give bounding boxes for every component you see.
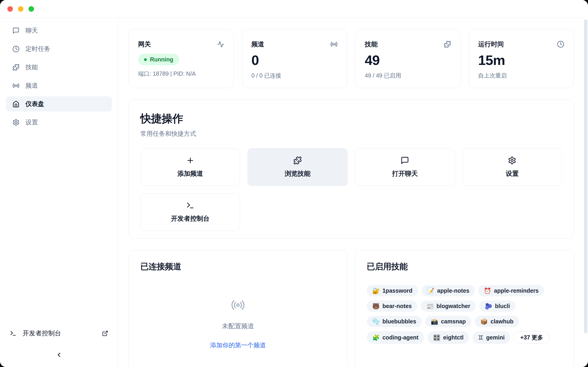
external-link-icon bbox=[102, 330, 108, 336]
memo-emoji-icon: 📝 bbox=[427, 288, 434, 294]
skill-tag-apple-notes: 📝apple-notes bbox=[422, 285, 475, 296]
channels-count: 0 bbox=[251, 52, 338, 68]
bubbles-emoji-icon: 🫧 bbox=[372, 319, 380, 325]
bottom-row: 已连接频道 未配置频道 添加你的第一个频道 已启用技能 🔐1password 📝… bbox=[129, 250, 574, 367]
sidebar-nav: 聊天 定时任务 技能 频道 仪表盘 bbox=[6, 23, 112, 133]
terminal-icon bbox=[186, 201, 195, 210]
skill-tag-apple-reminders: ⏰apple-reminders bbox=[478, 285, 544, 296]
sidebar-item-chat[interactable]: 聊天 bbox=[6, 23, 112, 38]
sidebar-dev-console-link[interactable]: 开发者控制台 bbox=[6, 326, 112, 341]
sidebar-footer: 开发者控制台 bbox=[6, 326, 112, 360]
skill-tag-coding-agent: 🧩coding-agent bbox=[367, 331, 424, 344]
stat-card-gateway: 网关 Running 端口: 18789 | PID: N/A bbox=[129, 29, 234, 88]
gemini-emoji-icon: ♊ bbox=[478, 335, 483, 341]
channels-empty-state: 未配置频道 添加你的第一个频道 bbox=[140, 298, 336, 349]
sidebar-item-label: 技能 bbox=[26, 63, 38, 71]
stats-row: 网关 Running 端口: 18789 | PID: N/A 频道 bbox=[129, 29, 574, 88]
quick-actions-card: 快捷操作 常用任务和快捷方式 添加频道 浏览技能 打开聊天 bbox=[129, 99, 574, 239]
sidebar-item-dashboard[interactable]: 仪表盘 bbox=[6, 96, 112, 111]
puzzle-icon bbox=[444, 41, 451, 48]
skills-detail: 49 / 49 已启用 bbox=[365, 72, 451, 79]
puzzle-emoji-icon: 🧩 bbox=[372, 335, 380, 341]
sidebar: 聊天 定时任务 技能 频道 仪表盘 bbox=[0, 18, 118, 367]
gateway-status-badge: Running bbox=[138, 54, 179, 65]
channels-empty-text: 未配置频道 bbox=[222, 322, 254, 331]
stat-card-channels: 频道 0 0 / 0 已连接 bbox=[242, 29, 347, 88]
stat-title: 网关 bbox=[138, 40, 151, 49]
enabled-skills-title: 已启用技能 bbox=[367, 261, 562, 272]
terminal-icon bbox=[10, 330, 17, 337]
stat-title: 技能 bbox=[365, 40, 378, 49]
gear-icon bbox=[508, 156, 516, 165]
stat-title: 运行时间 bbox=[478, 40, 504, 49]
quick-actions-grid: 添加频道 浏览技能 打开聊天 设置 bbox=[140, 148, 562, 231]
dashboard-main: 网关 Running 端口: 18789 | PID: N/A 频道 bbox=[118, 18, 588, 367]
sidebar-item-channels[interactable]: 频道 bbox=[6, 78, 112, 93]
sidebar-item-label: 聊天 bbox=[26, 26, 38, 35]
titlebar bbox=[0, 0, 588, 18]
gateway-detail: 端口: 18789 | PID: N/A bbox=[138, 70, 225, 77]
uptime-value: 15m bbox=[478, 52, 565, 68]
sidebar-item-label: 定时任务 bbox=[26, 45, 50, 53]
quick-actions-subtitle: 常用任务和快捷方式 bbox=[140, 130, 562, 138]
skill-tag-gemini: ♊gemini bbox=[473, 331, 510, 344]
dev-console-label: 开发者控制台 bbox=[23, 329, 61, 338]
skill-tag-clawhub: 📦clawhub bbox=[475, 316, 519, 327]
radio-icon bbox=[231, 298, 245, 312]
clock-icon bbox=[12, 45, 19, 52]
activity-icon bbox=[217, 41, 225, 48]
action-settings-button[interactable]: 设置 bbox=[462, 148, 562, 186]
sidebar-collapse-button[interactable] bbox=[54, 350, 64, 360]
bear-emoji-icon: 🐻 bbox=[372, 303, 380, 309]
newspaper-emoji-icon: 📰 bbox=[426, 303, 434, 309]
skill-tag-bluebubbles: 🫧bluebubbles bbox=[367, 316, 422, 327]
action-browse-skills-button[interactable]: 浏览技能 bbox=[248, 148, 347, 186]
channels-detail: 0 / 0 已连接 bbox=[251, 72, 338, 79]
stat-card-skills: 技能 49 49 / 49 已启用 bbox=[355, 29, 460, 88]
blueberries-emoji-icon: 🫐 bbox=[485, 303, 492, 309]
clock-icon bbox=[557, 41, 564, 48]
skill-tag-camsnap: 📸camsnap bbox=[425, 316, 471, 327]
close-window-button[interactable] bbox=[7, 6, 13, 12]
action-open-chat-button[interactable]: 打开聊天 bbox=[355, 148, 455, 186]
plus-icon bbox=[186, 156, 195, 165]
puzzle-icon bbox=[293, 156, 302, 165]
chat-icon bbox=[12, 27, 19, 34]
skill-tag-eightctl: 🎛️eightctl bbox=[427, 331, 469, 344]
stat-card-uptime: 运行时间 15m 自上次重启 bbox=[469, 29, 574, 88]
radio-icon bbox=[330, 41, 338, 48]
connected-channels-card: 已连接频道 未配置频道 添加你的第一个频道 bbox=[129, 250, 347, 367]
skills-count: 49 bbox=[365, 52, 451, 68]
minimize-window-button[interactable] bbox=[18, 6, 23, 12]
package-emoji-icon: 📦 bbox=[480, 319, 488, 325]
lock-emoji-icon: 🔐 bbox=[372, 288, 380, 294]
add-first-channel-link[interactable]: 添加你的第一个频道 bbox=[210, 341, 266, 349]
knobs-emoji-icon: 🎛️ bbox=[433, 335, 440, 341]
sidebar-item-label: 频道 bbox=[26, 81, 38, 90]
sidebar-item-label: 仪表盘 bbox=[26, 100, 44, 108]
scrollbar-thumb[interactable] bbox=[584, 19, 587, 334]
skill-tag-blucli: 🫐blucli bbox=[479, 300, 515, 312]
sidebar-item-settings[interactable]: 设置 bbox=[6, 115, 112, 130]
action-dev-console-button[interactable]: 开发者控制台 bbox=[140, 193, 240, 231]
skill-tag-1password: 🔐1password bbox=[367, 285, 418, 296]
sidebar-item-cron-tasks[interactable]: 定时任务 bbox=[6, 41, 112, 56]
action-add-channel-button[interactable]: 添加频道 bbox=[140, 148, 240, 186]
sidebar-item-skills[interactable]: 技能 bbox=[6, 60, 112, 75]
skill-tag-bear-notes: 🐻bear-notes bbox=[367, 300, 417, 312]
quick-actions-title: 快捷操作 bbox=[140, 111, 562, 126]
show-more-skills-button[interactable]: +37 更多 bbox=[514, 331, 550, 344]
uptime-detail: 自上次重启 bbox=[478, 72, 565, 79]
radio-icon bbox=[12, 82, 19, 89]
gear-icon bbox=[12, 119, 19, 126]
status-dot bbox=[144, 58, 147, 61]
chevron-left-icon bbox=[56, 351, 62, 358]
home-icon bbox=[12, 100, 19, 108]
zoom-window-button[interactable] bbox=[28, 6, 34, 12]
alarm-emoji-icon: ⏰ bbox=[484, 288, 491, 294]
connected-channels-title: 已连接频道 bbox=[140, 261, 336, 272]
skill-tag-blogwatcher: 📰blogwatcher bbox=[421, 300, 476, 312]
enabled-skills-card: 已启用技能 🔐1password 📝apple-notes ⏰apple-rem… bbox=[355, 250, 574, 367]
camera-emoji-icon: 📸 bbox=[431, 319, 438, 325]
stat-title: 频道 bbox=[251, 40, 264, 49]
